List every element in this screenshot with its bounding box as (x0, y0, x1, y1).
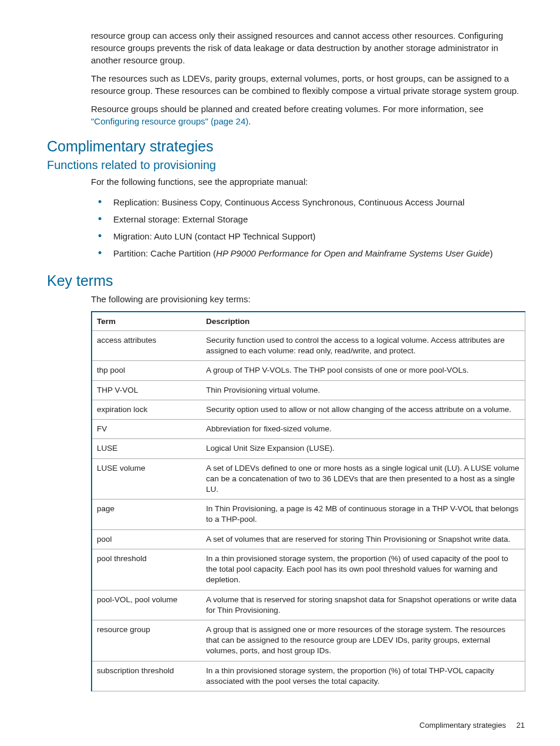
term-cell: LUSE volume (92, 458, 201, 499)
list-item-text-post: ) (490, 248, 492, 258)
table-row: access attributesSecurity function used … (92, 331, 525, 361)
key-terms-table: Term Description access attributesSecuri… (91, 311, 525, 691)
intro-paragraph-1: resource group can access only their ass… (91, 29, 525, 66)
list-item: Partition: Cache Partition (HP P9000 Per… (111, 245, 525, 262)
table-row: LUSELogical Unit Size Expansion (LUSE). (92, 439, 525, 458)
heading-functions-related-to-provisioning: Functions related to provisioning (47, 158, 525, 172)
desc-cell: In a thin provisioned storage system, th… (201, 549, 525, 590)
term-cell: subscription threshold (92, 661, 201, 691)
table-row: THP V-VOLThin Provisioning virtual volum… (92, 380, 525, 400)
list-item-emphasis: HP P9000 Performance for Open and Mainfr… (216, 248, 490, 258)
term-cell: THP V-VOL (92, 380, 201, 400)
desc-cell: Thin Provisioning virtual volume. (201, 380, 525, 400)
th-term: Term (92, 312, 201, 331)
table-row: pool-VOL, pool volumeA volume that is re… (92, 590, 525, 620)
term-cell: pool (92, 529, 201, 549)
desc-cell: In Thin Provisioning, a page is 42 MB of… (201, 499, 525, 529)
page-footer: Complimentary strategies 21 (47, 721, 525, 730)
list-item: Migration: Auto LUN (contact HP Technica… (111, 228, 525, 245)
footer-section-title: Complimentary strategies (420, 721, 506, 730)
intro-paragraph-2: The resources such as LDEVs, parity grou… (91, 72, 525, 97)
intro-p3-pre: Resource groups should be planned and cr… (91, 104, 484, 114)
intro-paragraph-3: Resource groups should be planned and cr… (91, 103, 525, 127)
table-row: subscription thresholdIn a thin provisio… (92, 661, 525, 691)
term-cell: LUSE (92, 439, 201, 458)
desc-cell: Security function used to control the ac… (201, 331, 525, 361)
table-row: resource groupA group that is assigned o… (92, 620, 525, 661)
term-cell: access attributes (92, 331, 201, 361)
desc-cell: Logical Unit Size Expansion (LUSE). (201, 439, 525, 458)
heading-key-terms: Key terms (47, 272, 525, 289)
desc-cell: A group that is assigned one or more res… (201, 620, 525, 661)
desc-cell: A set of volumes that are reserved for s… (201, 529, 525, 549)
heading-complimentary-strategies: Complimentary strategies (47, 138, 525, 155)
table-row: LUSE volumeA set of LDEVs defined to one… (92, 458, 525, 499)
table-row: FVAbbreviation for fixed-sized volume. (92, 420, 525, 439)
table-row: poolA set of volumes that are reserved f… (92, 529, 525, 549)
table-row: thp poolA group of THP V-VOLs. The THP p… (92, 361, 525, 380)
term-cell: page (92, 499, 201, 529)
term-cell: pool-VOL, pool volume (92, 590, 201, 620)
intro-p3-post: . (248, 116, 251, 126)
term-cell: pool threshold (92, 549, 201, 590)
table-row: pageIn Thin Provisioning, a page is 42 M… (92, 499, 525, 529)
desc-cell: A volume that is reserved for storing sn… (201, 590, 525, 620)
term-cell: FV (92, 420, 201, 439)
list-item: Replication: Business Copy, Continuous A… (111, 194, 525, 211)
table-row: pool thresholdIn a thin provisioned stor… (92, 549, 525, 590)
term-cell: thp pool (92, 361, 201, 380)
term-cell: expiration lock (92, 400, 201, 419)
key-terms-intro: The following are provisioning key terms… (91, 293, 525, 305)
functions-list: Replication: Business Copy, Continuous A… (91, 194, 525, 262)
desc-cell: In a thin provisioned storage system, th… (201, 661, 525, 691)
list-item: External storage: External Storage (111, 211, 525, 228)
functions-intro: For the following functions, see the app… (91, 175, 525, 188)
th-description: Description (201, 312, 525, 331)
desc-cell: A set of LDEVs defined to one or more ho… (201, 458, 525, 499)
desc-cell: Abbreviation for fixed-sized volume. (201, 420, 525, 439)
desc-cell: A group of THP V-VOLs. The THP pool cons… (201, 361, 525, 380)
link-configuring-resource-groups[interactable]: "Configuring resource groups" (page 24) (91, 116, 248, 126)
footer-page-number: 21 (517, 721, 525, 730)
desc-cell: Security option used to allow or not all… (201, 400, 525, 419)
list-item-text-pre: Partition: Cache Partition ( (113, 248, 216, 258)
table-row: expiration lockSecurity option used to a… (92, 400, 525, 419)
term-cell: resource group (92, 620, 201, 661)
